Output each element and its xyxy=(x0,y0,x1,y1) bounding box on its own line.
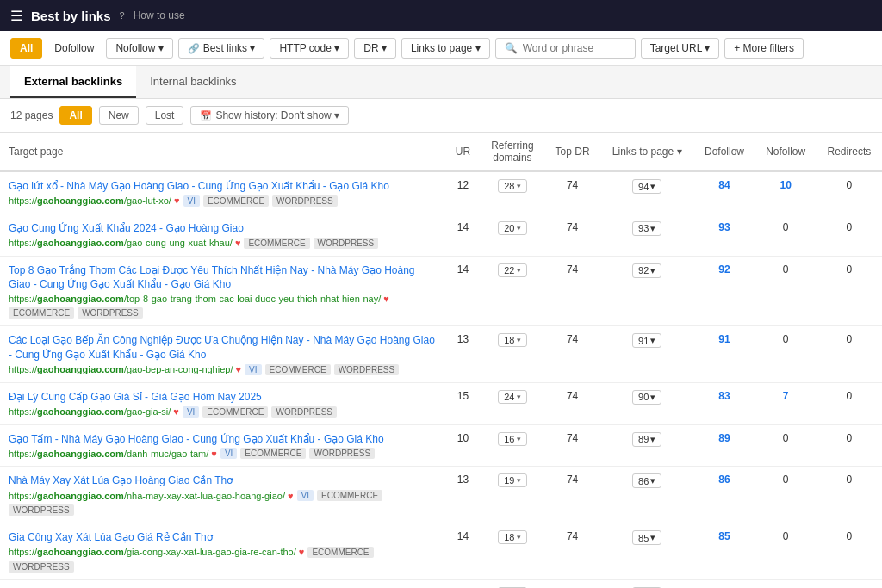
ref-domains-value[interactable]: 24 ▾ xyxy=(481,382,545,424)
search-icon: 🔍 xyxy=(505,42,518,54)
tab-external-backlinks[interactable]: External backlinks xyxy=(10,66,136,98)
target-page-cell: Gạo Cung Ứng Xuất Khẩu 2024 - Gạo Hoàng … xyxy=(0,214,445,256)
ur-value: 14 xyxy=(445,256,480,326)
table-row: Gạo trắng - Nhà Máy Gạo Hoàng Giao - Cun… xyxy=(0,579,882,588)
col-nofollow: Nofollow xyxy=(755,133,817,171)
show-history-btn[interactable]: 📅 Show history: Don't show ▾ xyxy=(190,106,349,125)
how-to-link[interactable]: How to use xyxy=(134,9,185,22)
more-filters-btn[interactable]: + More filters xyxy=(724,38,804,59)
page-title-link[interactable]: Gạo lứt xổ - Nhà Máy Gạo Hoàng Giao - Cu… xyxy=(9,180,389,192)
nofollow-value: 0 xyxy=(755,424,817,467)
dofollow-value: 91 xyxy=(693,326,755,383)
tag-ecommerce: ECOMMERCE xyxy=(317,490,382,501)
col-ur: UR xyxy=(445,133,480,171)
ur-value: 15 xyxy=(445,382,480,424)
top-dr-value: 74 xyxy=(544,256,600,326)
page-title-link[interactable]: Nhà Máy Xay Xát Lúa Gạo Hoàng Giao Cần T… xyxy=(9,474,233,486)
table-container: Target page UR Referringdomains Top DR L… xyxy=(0,133,882,588)
tab-internal-backlinks[interactable]: Internal backlinks xyxy=(136,66,250,98)
top-dr-value: 74 xyxy=(544,171,600,214)
col-links-to-page[interactable]: Links to page ▾ xyxy=(600,133,694,171)
links-to-page-value[interactable]: 92 ▾ xyxy=(600,256,694,326)
page-title-link[interactable]: Gạo Cung Ứng Xuất Khẩu 2024 - Gạo Hoàng … xyxy=(9,222,244,234)
ur-value: 14 xyxy=(445,523,480,580)
page-title-link[interactable]: Gia Công Xay Xát Lúa Gạo Giá Rẻ Cần Thơ xyxy=(9,531,213,543)
links-to-page-value[interactable]: 86 ▾ xyxy=(600,467,694,523)
page-url-row: https://gaohoanggiao.com/gao-lut-xo/ ♥VI… xyxy=(9,195,437,207)
http-code-filter-btn[interactable]: HTTP code ▾ xyxy=(270,38,349,59)
all-filter-btn[interactable]: All xyxy=(10,38,42,59)
nofollow-value: 0 xyxy=(755,214,817,256)
pages-count: 12 pages xyxy=(10,109,53,121)
ref-domains-value[interactable]: 20 ▾ xyxy=(481,214,545,256)
dofollow-filter-btn[interactable]: Dofollow xyxy=(47,39,101,58)
page-url: https://gaohoanggiao.com/gao-bep-an-cong… xyxy=(9,364,241,374)
nofollow-value: 7 xyxy=(755,382,817,424)
ref-domains-value[interactable]: 18 ▾ xyxy=(481,579,545,588)
page-title: Best by links xyxy=(31,9,111,23)
tag-ecommerce: ECOMMERCE xyxy=(244,238,309,249)
page-title-link[interactable]: Gạo Tấm - Nhà Máy Gạo Hoàng Giao - Cung … xyxy=(9,433,384,445)
page-title-link[interactable]: Đại Lý Cung Cấp Gạo Giá Sỉ - Giá Gạo Hôm… xyxy=(9,391,262,403)
links-to-page-value[interactable]: 85 ▾ xyxy=(600,523,694,580)
table-row: Các Loại Gạo Bếp Ăn Công Nghiệp Được Ưa … xyxy=(0,326,882,383)
page-url: https://gaohoanggiao.com/top-8-gao-trang… xyxy=(9,294,389,304)
tag-ecommerce: ECOMMERCE xyxy=(9,307,74,319)
links-to-page-value[interactable]: 90 ▾ xyxy=(600,382,694,424)
nofollow-value: 0 xyxy=(755,326,817,383)
redirects-value: 0 xyxy=(817,424,882,467)
ref-domains-value[interactable]: 16 ▾ xyxy=(481,424,545,467)
links-to-page-value[interactable]: 84 ▾ xyxy=(600,579,694,588)
tag-ecommerce: ECOMMERCE xyxy=(307,547,373,558)
ref-domains-value[interactable]: 18 ▾ xyxy=(481,326,545,383)
nofollow-filter-btn[interactable]: Nofollow ▾ xyxy=(106,38,172,59)
links-to-page-filter-btn[interactable]: Links to page ▾ xyxy=(401,38,490,59)
dofollow-value: 84 xyxy=(693,171,755,214)
nofollow-value: 0 xyxy=(755,256,817,326)
tag-wordpress: WORDPRESS xyxy=(271,406,337,418)
redirects-value: 0 xyxy=(817,523,882,580)
page-url-row: https://gaohoanggiao.com/gia-cong-xay-xa… xyxy=(9,547,437,573)
target-page-cell: Top 8 Gạo Trắng Thơm Các Loại Được Yêu T… xyxy=(0,256,445,326)
top-bar: ☰ Best by links ? How to use xyxy=(0,0,882,31)
top-dr-value: 74 xyxy=(544,523,600,580)
dofollow-value: 89 xyxy=(693,424,755,467)
ref-domains-value[interactable]: 28 ▾ xyxy=(481,171,545,214)
target-page-cell: Nhà Máy Xay Xát Lúa Gạo Hoàng Giao Cần T… xyxy=(0,467,445,523)
col-top-dr: Top DR xyxy=(544,133,600,171)
ur-value: 12 xyxy=(445,171,480,214)
tag-wordpress: WORDPRESS xyxy=(334,364,400,375)
ref-domains-value[interactable]: 22 ▾ xyxy=(481,256,545,326)
ref-domains-value[interactable]: 19 ▾ xyxy=(481,467,545,523)
sub-lost-btn[interactable]: Lost xyxy=(146,106,184,125)
dr-filter-btn[interactable]: DR ▾ xyxy=(354,38,396,59)
links-to-page-value[interactable]: 91 ▾ xyxy=(600,326,694,383)
table-row: Đại Lý Cung Cấp Gạo Giá Sỉ - Giá Gạo Hôm… xyxy=(0,382,882,424)
col-target-page: Target page xyxy=(0,133,445,171)
menu-icon[interactable]: ☰ xyxy=(10,8,22,24)
redirects-value: 0 xyxy=(817,467,882,523)
dofollow-value: 84 xyxy=(693,579,755,588)
top-dr-value: 74 xyxy=(544,424,600,467)
dofollow-value: 92 xyxy=(693,256,755,326)
sub-all-btn[interactable]: All xyxy=(59,106,91,125)
ref-domains-value[interactable]: 18 ▾ xyxy=(481,523,545,580)
tag-vi: VI xyxy=(183,406,199,418)
tag-vi: VI xyxy=(183,195,200,207)
search-box[interactable]: 🔍 xyxy=(495,38,636,59)
target-page-cell: Gạo Tấm - Nhà Máy Gạo Hoàng Giao - Cung … xyxy=(0,424,445,467)
search-input[interactable] xyxy=(523,42,626,54)
best-links-filter-btn[interactable]: 🔗 Best links ▾ xyxy=(178,38,265,59)
sub-new-btn[interactable]: New xyxy=(99,106,139,125)
page-url: https://gaohoanggiao.com/gao-lut-xo/ ♥ xyxy=(9,195,180,206)
top-dr-value: 74 xyxy=(544,326,600,383)
links-to-page-value[interactable]: 94 ▾ xyxy=(600,171,694,214)
links-to-page-value[interactable]: 89 ▾ xyxy=(600,424,694,467)
page-title-link[interactable]: Các Loại Gạo Bếp Ăn Công Nghiệp Được Ưa … xyxy=(9,334,435,361)
page-title-link[interactable]: Top 8 Gạo Trắng Thơm Các Loại Được Yêu T… xyxy=(9,264,415,291)
link-icon: 🔗 xyxy=(188,43,200,54)
dofollow-value: 86 xyxy=(693,467,755,523)
target-url-filter-btn[interactable]: Target URL ▾ xyxy=(641,38,720,59)
page-url-row: https://gaohoanggiao.com/gao-gia-si/ ♥VI… xyxy=(9,406,437,418)
links-to-page-value[interactable]: 93 ▾ xyxy=(600,214,694,256)
